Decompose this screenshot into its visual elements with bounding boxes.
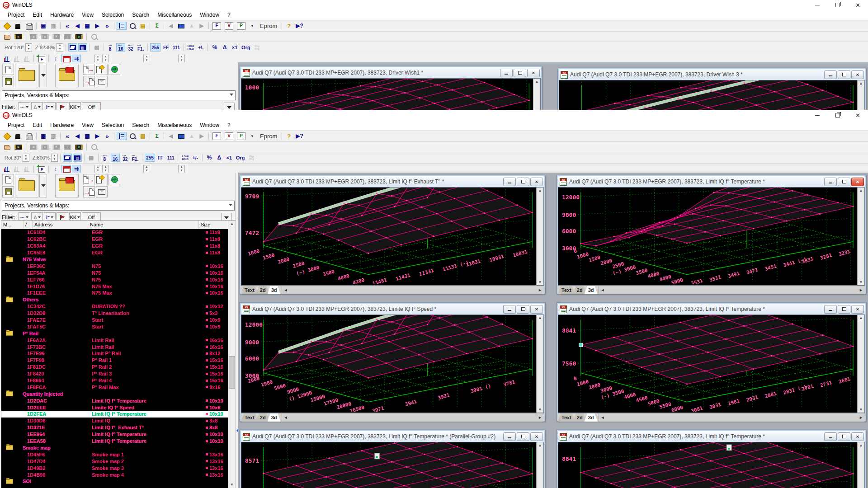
map-3d-view[interactable]: 85717714▲▼ (241, 442, 544, 488)
project-compare-icon[interactable]: ▥ (49, 132, 58, 140)
search-binoculars-icon[interactable] (176, 132, 186, 140)
chip-clear-icon[interactable]: x (40, 33, 50, 41)
map-row[interactable]: 1F8FCAP° Rail Max8x16 (1, 384, 228, 390)
display-hex-button[interactable]: FF (161, 43, 170, 52)
map-row[interactable]: 1C62BCEGR11x8 (1, 236, 228, 243)
winols-net-button[interactable]: HP (108, 174, 120, 185)
filter-size-button[interactable]: ▪▪▪ (19, 102, 30, 110)
width-8bit-button[interactable]: ▪▪▪8 (101, 154, 110, 162)
view-values-icon[interactable]: V (223, 22, 235, 30)
rotation-spinner[interactable]: ▲▼ (23, 154, 29, 162)
width-float-button[interactable]: ▪▪▪F1. (136, 43, 145, 52)
map-window-titlebar[interactable]: Audi Q7 (Audi Q7 3.0 TDI 233 MP+EGR 2007… (558, 176, 865, 187)
child-close-button[interactable]: ✕ (527, 69, 540, 77)
child-minimize-button[interactable] (824, 70, 837, 79)
map-wizard2-icon[interactable] (22, 165, 31, 173)
factor-button[interactable]: ×1 (225, 154, 234, 162)
map-group-row[interactable]: P° Rail (1, 330, 228, 337)
filter-off-button[interactable]: Off (82, 102, 101, 110)
menu-view[interactable]: View (78, 121, 98, 129)
email-support-button[interactable] (96, 76, 108, 87)
chip-compare-icon[interactable]: = (28, 33, 39, 41)
child-minimize-button[interactable] (503, 305, 516, 314)
map-3d-view[interactable]: 884175600100020003000(-) 350040004500500… (558, 314, 865, 413)
menu-project[interactable]: Project (4, 11, 28, 19)
nav-prev-icon[interactable]: ◀ (73, 132, 82, 140)
map-vertical-scrollbar[interactable]: ▲▼ (857, 80, 864, 110)
map-group-row[interactable]: Quantity Injected (1, 390, 228, 397)
view-surface-icon[interactable] (68, 43, 77, 52)
search-import-icon[interactable]: ▲ (187, 22, 196, 30)
map-horizontal-scrollbar[interactable]: ◄► (599, 413, 865, 422)
menu-hardware[interactable]: Hardware (46, 121, 78, 129)
nav-first-icon[interactable]: « (63, 132, 72, 140)
child-minimize-button[interactable] (500, 69, 513, 77)
write-eprom-icon[interactable]: ≈ (13, 143, 24, 151)
open-project-button[interactable] (15, 174, 38, 197)
pan-hand-icon[interactable] (2, 33, 12, 41)
save-button[interactable] (2, 186, 14, 197)
child-close-button[interactable]: ✕ (851, 178, 864, 186)
projects-combo[interactable]: Projects, Versions & Maps: (2, 90, 236, 100)
map-row[interactable]: 1EEA58Limit IQ f° Temperature10x10 (1, 438, 228, 445)
map-wizard-icon[interactable] (12, 55, 21, 63)
col-header-slash[interactable]: / (24, 221, 33, 229)
nav-last-icon[interactable]: » (103, 132, 112, 140)
width-32bit-button[interactable]: ▪▪▪32 (121, 154, 130, 162)
map-vertical-scrollbar[interactable]: ▲▼ (857, 315, 864, 413)
original-button[interactable]: Org (240, 43, 252, 52)
menu-search[interactable]: Search (128, 121, 153, 129)
map-overview-icon[interactable]: ▦ (83, 132, 92, 140)
child-restore-button[interactable] (517, 432, 529, 441)
percent-button[interactable]: % (210, 43, 219, 52)
map-row[interactable]: 1D49B2Smoke map 313x16 (1, 465, 228, 471)
map-window-titlebar[interactable]: Audi Q7 (Audi Q7 3.0 TDI 233 MP+EGR 2007… (241, 304, 544, 314)
menu-search[interactable]: Search (128, 11, 153, 19)
import-file-button[interactable]: → (83, 174, 95, 185)
axis-x-spinner[interactable]: ▲▼ (94, 55, 101, 63)
menu-miscellaneous[interactable]: Miscellaneous (153, 121, 196, 129)
map-row[interactable]: 1F1EEEN75 Max10x16 (1, 290, 228, 296)
close-button[interactable]: ✕ (848, 110, 868, 120)
search-next-icon[interactable]: ▶ (197, 22, 206, 30)
menu-[interactable]: ? (223, 11, 235, 19)
child-close-button[interactable]: ✕ (530, 305, 543, 314)
map-horizontal-scrollbar[interactable]: ◄► (282, 286, 544, 294)
child-close-button[interactable]: ✕ (851, 432, 864, 441)
map-statistics-icon[interactable] (2, 55, 11, 63)
display-dec-button[interactable]: 255 (150, 43, 160, 52)
map-row[interactable]: 1FAF5CStart10x9 (1, 323, 228, 330)
context-help-icon[interactable]: ▶? (294, 22, 305, 30)
pan-hand-icon[interactable] (2, 143, 12, 151)
percent-button[interactable]: % (205, 154, 214, 162)
column-layout-icon[interactable]: ⇉ (72, 165, 81, 173)
menu-selection[interactable]: Selection (98, 11, 128, 19)
tree-view-icon[interactable] (117, 22, 127, 30)
open-version-button[interactable] (55, 174, 79, 197)
map-row[interactable]: 1F7E96Limit P° Rail8x12 (1, 350, 228, 357)
view-curves-icon[interactable]: ||| (73, 154, 82, 162)
map-3d-view[interactable]: 88417560▲▼ (558, 442, 865, 488)
filter-info-button[interactable]: i⁻ (44, 102, 56, 110)
map-group-row[interactable]: N75 Valve (1, 256, 228, 263)
tab-2d[interactable]: 2d (573, 286, 586, 294)
map-horizontal-scrollbar[interactable]: ◄► (282, 413, 544, 422)
map-group-row[interactable]: SOI (1, 478, 228, 485)
map-3d-view[interactable]: 1000▲▼ (559, 80, 865, 110)
map-row[interactable]: 1C63A4EGR11x8 (1, 243, 228, 249)
map-window-c1[interactable]: Audi Q7 (Audi Q7 3.0 TDI 233 MP+EGR 2007… (240, 175, 545, 294)
import-wizard-button[interactable] (96, 64, 108, 75)
map-3d-view[interactable]: 1000▲▼ (241, 78, 541, 110)
chip-search-icon[interactable] (89, 33, 99, 41)
map-window-ta[interactable]: Audi Q7 (Audi Q7 3.0 TDI 233 MP+EGR 2007… (240, 66, 542, 110)
zoom-spinner[interactable]: ▲▼ (51, 154, 58, 162)
delta-button[interactable]: Δ (220, 43, 229, 52)
map-row[interactable]: 1F1D76N75 Max10x16 (1, 283, 228, 290)
view-curves-icon[interactable]: ||| (78, 43, 87, 52)
filter-delta-button[interactable]: Δ (31, 102, 43, 110)
search-binoculars-icon[interactable] (176, 22, 186, 30)
tab-text[interactable]: Text (241, 413, 258, 422)
view-percent-icon[interactable]: P (236, 132, 247, 140)
width-32bit-button[interactable]: ▪▪▪32 (126, 43, 135, 52)
map-wizard-icon[interactable] (12, 165, 21, 173)
